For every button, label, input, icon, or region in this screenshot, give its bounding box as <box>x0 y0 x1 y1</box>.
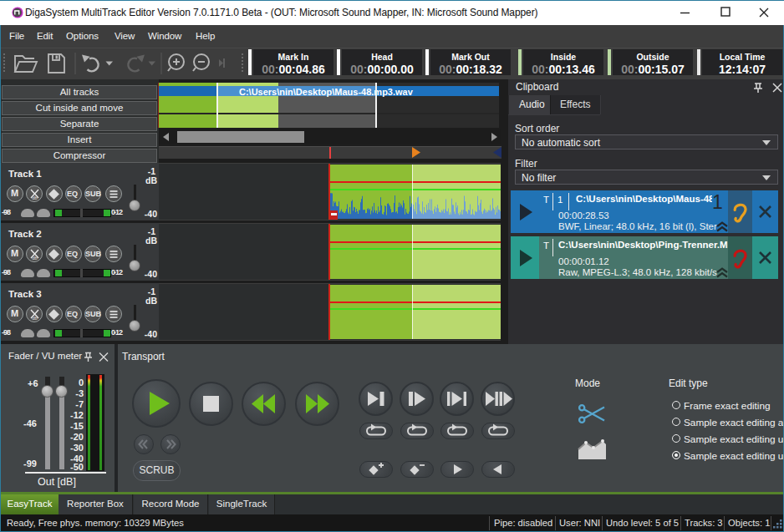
svg-text:db: db <box>32 195 37 200</box>
svg-text:db: db <box>32 256 37 261</box>
svg-text:db: db <box>32 316 37 321</box>
